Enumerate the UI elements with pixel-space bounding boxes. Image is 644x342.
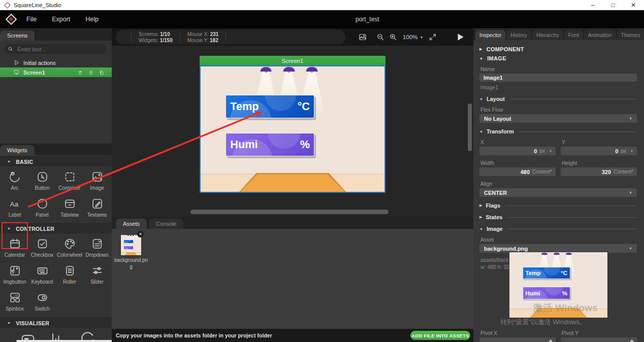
tab-animation[interactable]: Animation xyxy=(584,30,616,40)
pivot-y-input[interactable]: 0 xyxy=(561,337,637,342)
widget-label: Checkbox xyxy=(31,252,53,258)
zoom-level-dropdown[interactable]: 100% ▼ xyxy=(403,34,423,40)
add-file-into-assets-button[interactable]: ADD FILE INTO ASSETS xyxy=(410,331,470,340)
widget-label-item[interactable]: Aa Label xyxy=(1,194,28,218)
minimize-button[interactable]: – xyxy=(589,2,596,9)
tab-assets[interactable]: Assets xyxy=(116,219,147,229)
x-label: X xyxy=(480,139,555,145)
asset-thumbnail[interactable] xyxy=(121,235,141,255)
y-label: Y xyxy=(562,139,636,145)
widgets-panel-hscrollbar[interactable] xyxy=(16,340,112,342)
lock-screen-icon[interactable] xyxy=(88,70,94,76)
menu-help[interactable]: Help xyxy=(85,16,99,23)
widget-container[interactable]: Container xyxy=(56,167,83,191)
tab-font[interactable]: Font xyxy=(564,30,583,40)
widget-dropdown[interactable]: Dropdown xyxy=(83,234,111,258)
tab-widgets[interactable]: Widgets xyxy=(0,145,35,155)
align-label: Align xyxy=(480,181,636,187)
canvas-vscrollbar[interactable] xyxy=(468,104,472,151)
widget-panel[interactable]: Panel xyxy=(28,194,56,218)
y-input[interactable]: 0 px ▼ xyxy=(561,147,637,155)
screen1-row[interactable]: Screen1 xyxy=(0,67,112,77)
section-visualiser[interactable]: ▼ VISUALISER xyxy=(0,318,112,328)
collapse-icon: ▼ xyxy=(7,160,11,163)
widget-arc[interactable]: Arc xyxy=(1,167,28,191)
widget-imgbutton[interactable]: Imgbutton xyxy=(1,261,28,285)
duplicate-screen-icon[interactable] xyxy=(99,70,105,76)
canvas-screen-title[interactable]: Screen1 xyxy=(200,56,385,65)
humi-panel[interactable]: Humi % xyxy=(226,133,315,156)
close-button[interactable]: ✕ xyxy=(630,2,637,9)
initial-actions-row[interactable]: Initial actions xyxy=(0,58,112,67)
pivot-x-input[interactable]: 0 xyxy=(479,337,556,342)
name-label: Name xyxy=(480,66,636,72)
image-header-label: IMAGE xyxy=(487,55,506,61)
align-dropdown[interactable]: CENTER ▼ xyxy=(479,188,637,197)
image-section-header[interactable]: ▼ IMAGE xyxy=(479,55,637,61)
menu-file[interactable]: File xyxy=(26,16,37,23)
checkbox-icon xyxy=(36,237,49,251)
fit-image-icon[interactable] xyxy=(358,32,367,42)
canvas-screen[interactable]: Screen1 Temp °C Humi % xyxy=(200,56,385,193)
flags-section-header[interactable]: ▶ Flags xyxy=(479,202,637,209)
widget-roller[interactable]: Roller xyxy=(56,261,83,285)
menu-export[interactable]: Export xyxy=(52,16,70,23)
tab-history[interactable]: History xyxy=(506,30,531,40)
left-panel: Screens Initial actions Screen1 Widgets … xyxy=(0,28,112,342)
unit-toggle-icon[interactable]: ▼ xyxy=(549,150,552,153)
search-input[interactable] xyxy=(16,46,98,53)
widget-keyboard[interactable]: Keyboard xyxy=(28,261,56,285)
name-input[interactable] xyxy=(479,74,637,82)
name-input-field[interactable] xyxy=(484,75,633,81)
delete-screen-icon[interactable] xyxy=(77,70,83,76)
section-controller[interactable]: ▼ CONTROLLER xyxy=(0,223,112,233)
layout-section-header[interactable]: ▼ Layout xyxy=(479,96,637,102)
mouse-x-value: 231 xyxy=(210,31,219,37)
widget-spinbox[interactable]: Spinbox xyxy=(1,288,28,312)
remove-asset-icon[interactable]: ✕ xyxy=(137,231,144,237)
transform-header-label: Transform xyxy=(487,128,514,134)
tab-hierarchy[interactable]: Hierarchy xyxy=(532,30,563,40)
table-art xyxy=(239,173,346,192)
section-basic[interactable]: ▼ BASIC xyxy=(0,156,112,166)
canvas-hscrollbar[interactable] xyxy=(190,210,389,214)
temp-panel[interactable]: Temp °C xyxy=(226,95,315,118)
tab-screens[interactable]: Screens xyxy=(0,30,35,41)
tab-themes[interactable]: Themes xyxy=(617,30,644,40)
widget-slider[interactable]: Slider xyxy=(83,261,111,285)
widget-button[interactable]: Button xyxy=(28,167,56,191)
collapse-icon: ▶ xyxy=(479,215,482,219)
inspector-tab-row: Inspector History Hierarchy Font Animati… xyxy=(473,29,644,40)
tab-inspector[interactable]: Inspector xyxy=(475,30,505,40)
canvas-screen-body[interactable]: Temp °C Humi % xyxy=(200,65,385,193)
widget-calendar[interactable]: Calendar xyxy=(1,234,28,258)
asset-dropdown[interactable]: background.png ▼ xyxy=(479,244,637,253)
widget-textarea[interactable]: Textarea xyxy=(83,194,111,218)
widget-switch[interactable]: Switch xyxy=(28,288,56,312)
maximize-button[interactable]: □ xyxy=(609,2,617,9)
widget-checkbox[interactable]: Checkbox xyxy=(28,234,56,258)
image-subsection-header[interactable]: ▼ Image xyxy=(479,226,637,232)
widget-label: Container xyxy=(58,185,80,191)
flex-flow-dropdown[interactable]: No Layout ▼ xyxy=(479,114,637,123)
chevron-down-icon: ▼ xyxy=(420,36,423,39)
zoom-in-icon[interactable] xyxy=(389,32,398,42)
screens-search[interactable] xyxy=(4,44,107,54)
x-input[interactable]: 0 px ▼ xyxy=(479,147,556,155)
inspector-panel: Inspector History Hierarchy Font Animati… xyxy=(473,28,644,342)
play-button[interactable] xyxy=(455,32,465,42)
transform-section-header[interactable]: ▼ Transform xyxy=(479,128,637,134)
tab-console[interactable]: Console xyxy=(149,219,183,229)
height-input[interactable]: 320 Content* xyxy=(561,167,637,176)
fullscreen-icon[interactable] xyxy=(428,32,437,42)
tabview-icon xyxy=(63,197,77,211)
width-input[interactable]: 480 Content* xyxy=(479,167,556,176)
widget-colorwheel[interactable]: Colorwheel xyxy=(56,234,83,258)
component-section-header[interactable]: ▶ COMPONENT xyxy=(479,46,637,52)
unit-toggle-icon[interactable]: ▼ xyxy=(630,150,633,153)
align-value: CENTER xyxy=(484,190,507,196)
widget-tabview[interactable]: Tabview xyxy=(56,194,83,218)
zoom-out-icon[interactable] xyxy=(376,32,385,42)
states-section-header[interactable]: ▶ States xyxy=(479,214,637,220)
widget-image[interactable]: Image xyxy=(83,167,111,191)
